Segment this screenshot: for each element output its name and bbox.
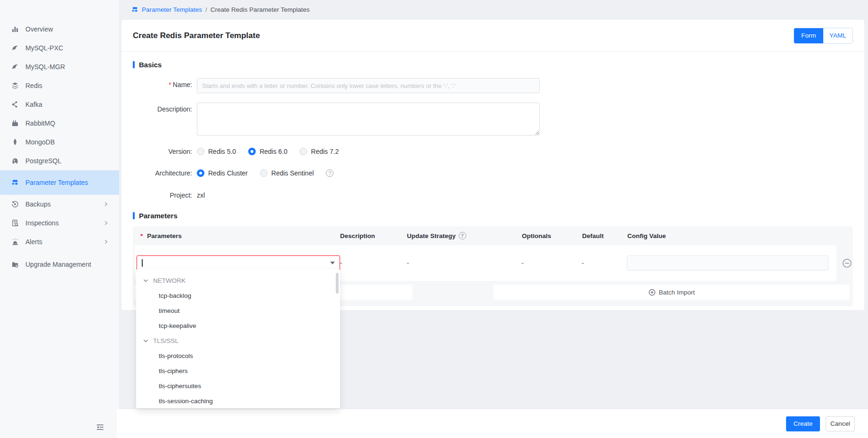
update-strategy-value: - <box>407 259 522 267</box>
version-label: Version: <box>133 145 197 155</box>
chevron-right-icon <box>103 201 109 207</box>
form-card: Create Redis Parameter Template Form YAM… <box>122 20 864 310</box>
dropdown-option-tls-ciphers[interactable]: tls-ciphers <box>136 363 340 378</box>
version-row: Version: Redis 5.0 Redis 6.0 Redis 7. <box>133 145 853 155</box>
sidebar-item-label: MySQL-MGR <box>25 63 109 72</box>
update-strategy-help-icon[interactable]: ? <box>459 232 466 239</box>
sidebar-item-upgrade-management[interactable]: Upgrade Management <box>0 251 119 278</box>
dropdown-group-tls-ssl[interactable]: TLS/SSL <box>136 333 340 348</box>
parameter-select[interactable] <box>137 255 340 271</box>
sidebar-item-label: Upgrade Management <box>25 260 109 269</box>
plus-circle-icon <box>649 289 656 296</box>
card-header: Create Redis Parameter Template Form YAM… <box>122 20 864 52</box>
basics-section-title: Basics <box>133 61 853 69</box>
section-marker <box>133 212 135 219</box>
dropdown-scrollbar[interactable] <box>336 273 339 294</box>
col-config-value: Config Value <box>627 232 837 239</box>
sidebar-item-parameter-templates[interactable]: Parameter Templates <box>0 170 119 195</box>
dropdown-option-tls-protocols[interactable]: tls-protocols <box>136 348 340 363</box>
sidebar-item-kafka[interactable]: Kafka <box>0 95 119 114</box>
batch-import-button[interactable]: Batch Import <box>494 285 850 300</box>
required-asterisk: * <box>169 81 171 88</box>
parameter-templates-icon <box>11 179 19 186</box>
sidebar-item-label: RabbitMQ <box>25 119 109 128</box>
description-row: Description: <box>133 103 853 137</box>
inspection-icon <box>11 219 19 227</box>
architecture-radio-cluster[interactable]: Redis Cluster <box>197 169 248 177</box>
sidebar-item-label: Redis <box>25 81 109 90</box>
parameters-section-title: Parameters <box>133 212 853 220</box>
create-button[interactable]: Create <box>786 416 820 431</box>
sidebar-item-label: Kafka <box>25 100 109 109</box>
architecture-help-icon[interactable]: ? <box>326 169 333 177</box>
sidebar-item-redis[interactable]: Redis <box>0 76 119 95</box>
chevron-right-icon <box>103 239 109 245</box>
sidebar-item-mysql-pxc[interactable]: MySQL-PXC <box>0 39 119 57</box>
select-arrow-icon <box>330 262 335 264</box>
optionals-value: - <box>521 259 582 267</box>
breadcrumb-link[interactable]: Parameter Templates <box>142 6 202 13</box>
config-value-cell <box>627 255 836 271</box>
parameter-select-dropdown: NETWORK tcp-backlog timeout tcp-keepaliv… <box>136 269 340 408</box>
name-row: *Name: <box>133 78 853 93</box>
remove-row-icon[interactable] <box>842 258 852 268</box>
radio-selected-icon <box>197 169 204 177</box>
col-description: Description <box>340 232 407 239</box>
page-title: Create Redis Parameter Template <box>133 31 260 40</box>
architecture-radio-sentinel[interactable]: Redis Sentinel <box>260 169 314 177</box>
breadcrumb: Parameter Templates / Create Redis Param… <box>119 0 868 19</box>
version-radio-redis-6[interactable]: Redis 6.0 <box>248 148 287 155</box>
dropdown-option-timeout[interactable]: timeout <box>136 303 340 318</box>
col-update-strategy: Update Strategy? <box>407 232 522 239</box>
name-input[interactable] <box>197 78 540 93</box>
collapse-sidebar-button[interactable] <box>94 422 105 432</box>
col-optionals: Optionals <box>522 232 582 239</box>
version-radio-redis-7[interactable]: Redis 7.2 <box>300 148 339 155</box>
sidebar-item-postgresql[interactable]: PostgreSQL <box>0 151 119 170</box>
main-area: Parameter Templates / Create Redis Param… <box>119 0 868 438</box>
dropdown-group-network[interactable]: NETWORK <box>136 273 340 288</box>
sidebar-item-label: MongoDB <box>25 138 109 147</box>
sidebar-item-label: Inspections <box>25 219 97 228</box>
description-textarea[interactable] <box>197 103 540 135</box>
dolphin-icon <box>11 44 19 52</box>
name-label: *Name: <box>133 78 197 93</box>
sidebar-item-backups[interactable]: Backups <box>0 195 119 214</box>
text-cursor <box>142 259 143 267</box>
dropdown-option-tcp-backlog[interactable]: tcp-backlog <box>136 288 340 303</box>
parameter-templates-icon <box>131 6 138 13</box>
sidebar-item-mongodb[interactable]: MongoDB <box>0 133 119 151</box>
sidebar-item-label: Backups <box>25 200 97 209</box>
chevron-down-icon <box>143 338 149 344</box>
project-value: zxl <box>197 189 205 199</box>
sidebar-item-label: Overview <box>25 25 109 34</box>
dropdown-option-tcp-keepalive[interactable]: tcp-keepalive <box>136 318 340 333</box>
radio-icon <box>260 169 268 177</box>
sidebar-item-inspections[interactable]: Inspections <box>0 214 119 232</box>
version-radio-redis-5[interactable]: Redis 5.0 <box>197 148 236 155</box>
description-label: Description: <box>133 103 197 137</box>
sidebar-item-label: Parameter Templates <box>25 178 109 187</box>
view-toggle: Form YAML <box>794 28 853 44</box>
sidebar-item-label: Alerts <box>25 238 97 247</box>
cancel-button[interactable]: Cancel <box>826 416 855 431</box>
yaml-view-button[interactable]: YAML <box>823 28 852 43</box>
radio-selected-icon <box>248 148 256 155</box>
sidebar-item-mysql-mgr[interactable]: MySQL-MGR <box>0 57 119 76</box>
folder-gear-icon <box>11 261 19 268</box>
col-default: Default <box>582 232 627 239</box>
form-view-button[interactable]: Form <box>794 28 823 43</box>
config-value-input[interactable] <box>627 255 828 271</box>
project-label: Project: <box>133 189 197 199</box>
collapse-menu-icon <box>96 423 104 431</box>
dropdown-option-tls-ciphersuites[interactable]: tls-ciphersuites <box>136 378 340 393</box>
dropdown-option-tls-session-caching[interactable]: tls-session-caching <box>136 393 340 408</box>
sidebar-item-overview[interactable]: Overview <box>0 20 119 39</box>
sidebar-item-alerts[interactable]: Alerts <box>0 232 119 251</box>
sidebar-item-rabbitmq[interactable]: RabbitMQ <box>0 114 119 133</box>
parameters-table-header: *Parameters Description Update Strategy?… <box>133 226 853 245</box>
strip-gap <box>413 285 494 300</box>
breadcrumb-current: Create Redis Parameter Templates <box>211 6 310 13</box>
bar-chart-icon <box>11 25 19 33</box>
architecture-row: Architecture: Redis Cluster Redis Sentin… <box>133 167 853 177</box>
